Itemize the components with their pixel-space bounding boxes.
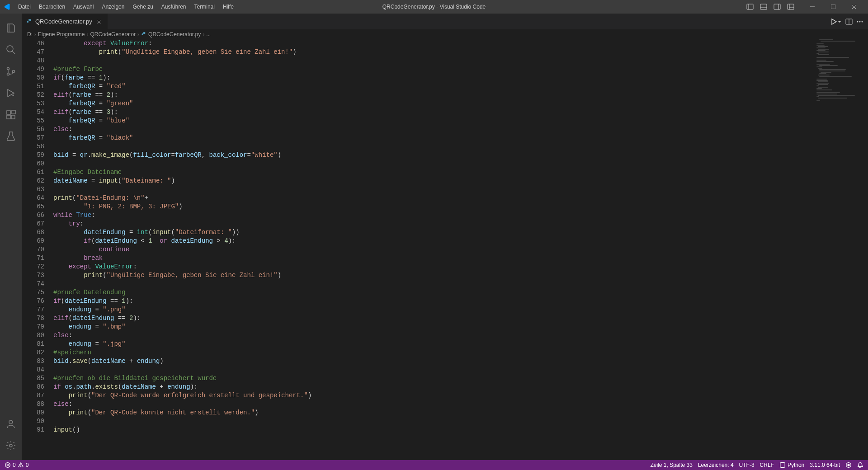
svg-point-15 bbox=[7, 68, 9, 70]
menu-bar: DateiBearbeitenAuswahlAnzeigenGehe zuAus… bbox=[14, 2, 237, 12]
status-language[interactable]: Python bbox=[779, 462, 804, 468]
svg-point-30 bbox=[859, 21, 861, 22]
svg-rect-0 bbox=[747, 4, 753, 9]
search-icon[interactable] bbox=[0, 39, 22, 61]
svg-point-17 bbox=[13, 70, 15, 73]
accounts-icon[interactable] bbox=[0, 413, 22, 435]
svg-rect-22 bbox=[12, 110, 15, 114]
layout-panel-left-icon[interactable] bbox=[744, 1, 756, 13]
svg-rect-10 bbox=[831, 5, 835, 9]
menu-item-ausführen[interactable]: Ausführen bbox=[158, 2, 190, 12]
status-errors[interactable]: 0 0 bbox=[5, 462, 28, 468]
status-lang-label: Python bbox=[788, 462, 804, 468]
run-button[interactable] bbox=[830, 18, 842, 25]
breadcrumb-drive: D: bbox=[27, 31, 33, 38]
menu-item-bearbeiten[interactable]: Bearbeiten bbox=[35, 2, 69, 12]
menu-item-datei[interactable]: Datei bbox=[14, 2, 34, 12]
run-debug-icon[interactable] bbox=[0, 82, 22, 104]
svg-point-23 bbox=[9, 420, 13, 424]
window-maximize-button[interactable] bbox=[823, 0, 844, 14]
breadcrumb-folder: Eigene Programme bbox=[38, 31, 85, 38]
menu-item-anzeigen[interactable]: Anzeigen bbox=[98, 2, 128, 12]
source-control-icon[interactable] bbox=[0, 61, 22, 82]
svg-point-24 bbox=[9, 444, 12, 447]
python-file-icon bbox=[26, 19, 33, 25]
svg-line-14 bbox=[12, 51, 15, 54]
svg-rect-21 bbox=[11, 115, 15, 119]
layout-customize-icon[interactable] bbox=[785, 1, 797, 13]
window-minimize-button[interactable] bbox=[802, 0, 823, 14]
svg-point-16 bbox=[7, 73, 9, 75]
explorer-icon[interactable] bbox=[0, 17, 22, 39]
svg-rect-37 bbox=[780, 463, 785, 468]
python-file-icon bbox=[141, 32, 146, 37]
line-number-gutter: 4647484950515253545556575859606162636465… bbox=[22, 39, 53, 460]
more-actions-icon[interactable] bbox=[856, 18, 863, 25]
vscode-logo-icon bbox=[4, 3, 11, 10]
breadcrumb-trail: ... bbox=[206, 31, 211, 38]
status-encoding[interactable]: UTF-8 bbox=[739, 462, 755, 468]
svg-point-18 bbox=[13, 95, 14, 96]
menu-item-gehe zu[interactable]: Gehe zu bbox=[129, 2, 156, 12]
status-feedback-icon[interactable] bbox=[845, 462, 852, 468]
testing-icon[interactable] bbox=[0, 126, 22, 147]
split-editor-icon[interactable] bbox=[845, 18, 853, 25]
svg-rect-6 bbox=[788, 4, 794, 9]
chevron-right-icon: › bbox=[203, 31, 204, 38]
svg-point-29 bbox=[857, 21, 859, 22]
activity-bar bbox=[0, 14, 22, 460]
svg-point-13 bbox=[7, 46, 13, 52]
window-close-button[interactable] bbox=[844, 0, 864, 14]
menu-item-auswahl[interactable]: Auswahl bbox=[70, 2, 97, 12]
tab-filename: QRCodeGenerator.py bbox=[35, 18, 92, 25]
minimap[interactable] bbox=[816, 39, 862, 121]
status-line-col[interactable]: Zeile 1, Spalte 33 bbox=[650, 462, 692, 468]
code-content[interactable]: except ValueError: print("Ungültige Eing… bbox=[53, 39, 868, 460]
tab-bar: QRCodeGenerator.py bbox=[22, 14, 868, 29]
status-spaces[interactable]: Leerzeichen: 4 bbox=[698, 462, 734, 468]
svg-point-39 bbox=[847, 464, 849, 466]
svg-point-36 bbox=[20, 466, 21, 466]
layout-panel-bottom-icon[interactable] bbox=[758, 1, 769, 13]
breadcrumb-folder: QRCodeGenerator bbox=[90, 31, 136, 38]
chevron-right-icon: › bbox=[137, 31, 139, 38]
menu-item-hilfe[interactable]: Hilfe bbox=[219, 2, 237, 12]
titlebar: DateiBearbeitenAuswahlAnzeigenGehe zuAus… bbox=[0, 0, 868, 14]
breadcrumb[interactable]: D: › Eigene Programme › QRCodeGenerator … bbox=[22, 29, 868, 39]
menu-item-terminal[interactable]: Terminal bbox=[191, 2, 218, 12]
status-errors-count: 0 bbox=[13, 462, 16, 468]
window-title: QRCodeGenerator.py - Visual Studio Code bbox=[382, 4, 486, 10]
tab-file[interactable]: QRCodeGenerator.py bbox=[22, 14, 108, 29]
chevron-right-icon: › bbox=[86, 31, 88, 38]
code-editor[interactable]: 4647484950515253545556575859606162636465… bbox=[22, 39, 868, 460]
settings-gear-icon[interactable] bbox=[0, 435, 22, 456]
svg-rect-4 bbox=[774, 4, 780, 9]
svg-point-31 bbox=[862, 21, 863, 22]
chevron-right-icon: › bbox=[34, 31, 36, 38]
status-interpreter[interactable]: 3.11.0 64-bit bbox=[810, 462, 840, 468]
editor-area: QRCodeGenerator.py D: › Eigene Programme… bbox=[22, 14, 868, 460]
status-notifications-icon[interactable] bbox=[857, 462, 863, 468]
tab-close-icon[interactable] bbox=[95, 18, 103, 26]
status-eol[interactable]: CRLF bbox=[760, 462, 774, 468]
extensions-icon[interactable] bbox=[0, 104, 22, 126]
status-warnings-count: 0 bbox=[26, 462, 29, 468]
svg-rect-19 bbox=[7, 111, 10, 114]
layout-panel-right-icon[interactable] bbox=[771, 1, 783, 13]
svg-rect-20 bbox=[7, 115, 10, 119]
svg-rect-2 bbox=[760, 4, 767, 9]
status-bar: 0 0 Zeile 1, Spalte 33 Leerzeichen: 4 UT… bbox=[0, 460, 868, 470]
breadcrumb-file: QRCodeGenerator.py bbox=[148, 31, 201, 38]
